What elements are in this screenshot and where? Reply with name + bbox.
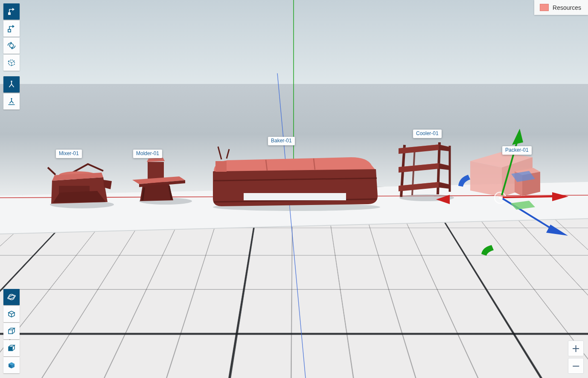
cube-solid-icon	[7, 361, 16, 370]
resources-legend: Resources	[534, 0, 588, 15]
place-arrow-icon	[7, 24, 16, 33]
solid-view-button[interactable]	[3, 357, 20, 373]
place-tool-button[interactable]	[3, 20, 20, 37]
viewport-3d[interactable]: Mixer-01 Molder-01 Baker-01 Cooler-01 Pa…	[0, 0, 588, 378]
joint-icon	[7, 80, 16, 89]
machine-label-molder[interactable]: Molder-01	[133, 150, 162, 158]
joint-base-icon	[7, 97, 16, 106]
machine-label-mixer[interactable]: Mixer-01	[56, 150, 82, 158]
move-tool-button[interactable]	[3, 3, 20, 20]
sky	[0, 0, 588, 84]
machine-label-cooler[interactable]: Cooler-01	[413, 130, 442, 138]
interact-tool-button[interactable]	[3, 76, 20, 92]
resource-color-swatch	[540, 4, 549, 11]
cube-plane-icon	[7, 343, 16, 353]
view-toolbar	[3, 289, 20, 373]
manipulation-toolbar	[3, 3, 20, 110]
machine-label-baker[interactable]: Baker-01	[268, 137, 295, 145]
gizmo-z-arrowhead[interactable]	[546, 225, 568, 236]
orbit-view-button[interactable]	[3, 289, 20, 305]
toolbar-divider	[3, 72, 20, 75]
cube-wire-icon	[7, 309, 16, 319]
rotate-tool-button[interactable]	[3, 38, 20, 54]
bounding-box-icon	[7, 58, 16, 67]
resources-legend-label: Resources	[553, 4, 581, 11]
gizmo-origin-dot	[499, 196, 501, 199]
face-view-button[interactable]	[3, 323, 20, 339]
zoom-in-button[interactable]: +	[568, 340, 584, 356]
iso-view-button[interactable]	[3, 306, 20, 322]
zoom-controls: + −	[568, 340, 584, 374]
move-arrow-icon	[7, 7, 16, 16]
orbit-sphere-icon	[7, 292, 16, 302]
cube-face-icon	[7, 326, 16, 336]
zoom-out-button[interactable]: −	[568, 358, 584, 374]
plane-view-button[interactable]	[3, 340, 20, 356]
gizmo-x-arrow[interactable]	[503, 196, 553, 197]
machine-label-packer[interactable]: Packer-01	[502, 146, 532, 155]
bounding-box-tool-button[interactable]	[3, 55, 20, 71]
scene-canvas	[0, 0, 588, 378]
rotate-orbit-icon	[7, 41, 16, 50]
gizmo-y-rotate-handle[interactable]	[481, 245, 494, 256]
attach-tool-button[interactable]	[3, 93, 20, 110]
